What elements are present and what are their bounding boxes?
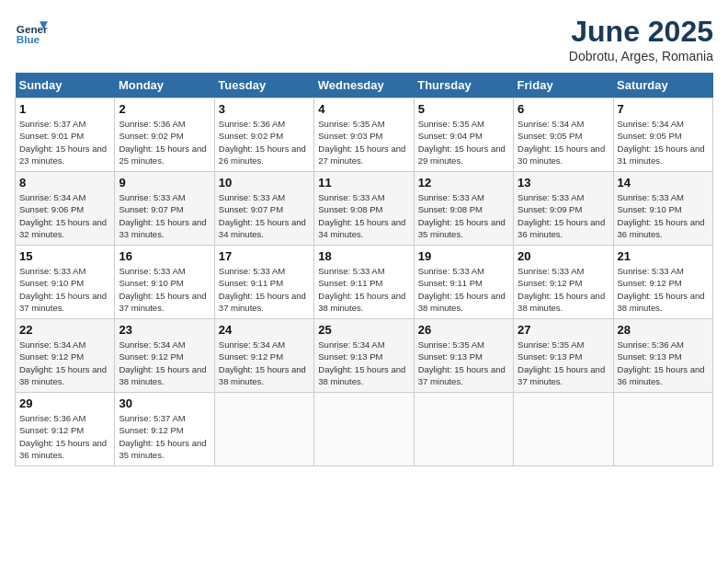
day-number: 8 <box>19 176 110 190</box>
calendar-table: Sunday Monday Tuesday Wednesday Thursday… <box>15 73 713 466</box>
calendar-cell <box>314 393 414 466</box>
day-info: Sunrise: 5:34 AM Sunset: 9:12 PM Dayligh… <box>119 339 210 387</box>
day-info: Sunrise: 5:33 AM Sunset: 9:12 PM Dayligh… <box>618 265 709 314</box>
calendar-cell: 21 Sunrise: 5:33 AM Sunset: 9:12 PM Dayl… <box>613 246 712 319</box>
day-info: Sunrise: 5:35 AM Sunset: 9:04 PM Dayligh… <box>418 118 509 167</box>
calendar-cell: 11 Sunrise: 5:33 AM Sunset: 9:08 PM Dayl… <box>314 172 414 246</box>
day-info: Sunrise: 5:37 AM Sunset: 9:12 PM Dayligh… <box>119 412 210 461</box>
calendar-cell: 1 Sunrise: 5:37 AM Sunset: 9:01 PM Dayli… <box>16 98 115 172</box>
calendar-cell: 7 Sunrise: 5:34 AM Sunset: 9:05 PM Dayli… <box>613 98 712 172</box>
svg-text:Blue: Blue <box>17 33 40 45</box>
calendar-cell: 6 Sunrise: 5:34 AM Sunset: 9:05 PM Dayli… <box>514 98 613 172</box>
calendar-cell: 29 Sunrise: 5:36 AM Sunset: 9:12 PM Dayl… <box>16 393 115 466</box>
calendar-cell <box>613 393 712 466</box>
calendar-cell: 15 Sunrise: 5:33 AM Sunset: 9:10 PM Dayl… <box>16 246 115 319</box>
day-info: Sunrise: 5:36 AM Sunset: 9:12 PM Dayligh… <box>19 412 110 461</box>
day-info: Sunrise: 5:34 AM Sunset: 9:05 PM Dayligh… <box>518 118 609 167</box>
col-sunday: Sunday <box>16 73 115 98</box>
day-number: 5 <box>418 102 509 116</box>
day-info: Sunrise: 5:33 AM Sunset: 9:08 PM Dayligh… <box>418 191 509 240</box>
calendar-cell: 23 Sunrise: 5:34 AM Sunset: 9:12 PM Dayl… <box>115 319 214 393</box>
calendar-subtitle: Dobrotu, Arges, Romania <box>569 49 713 63</box>
day-number: 23 <box>119 323 210 337</box>
calendar-cell: 9 Sunrise: 5:33 AM Sunset: 9:07 PM Dayli… <box>115 172 214 246</box>
day-number: 6 <box>518 102 609 116</box>
calendar-cell: 5 Sunrise: 5:35 AM Sunset: 9:04 PM Dayli… <box>414 98 513 172</box>
day-info: Sunrise: 5:33 AM Sunset: 9:11 PM Dayligh… <box>318 265 409 314</box>
calendar-cell: 12 Sunrise: 5:33 AM Sunset: 9:08 PM Dayl… <box>414 172 513 246</box>
calendar-cell: 13 Sunrise: 5:33 AM Sunset: 9:09 PM Dayl… <box>514 172 613 246</box>
day-number: 7 <box>618 102 709 116</box>
calendar-cell: 20 Sunrise: 5:33 AM Sunset: 9:12 PM Dayl… <box>514 246 613 319</box>
day-info: Sunrise: 5:37 AM Sunset: 9:01 PM Dayligh… <box>19 118 110 167</box>
day-number: 1 <box>19 102 110 116</box>
calendar-week-row: 29 Sunrise: 5:36 AM Sunset: 9:12 PM Dayl… <box>16 393 713 466</box>
calendar-cell: 25 Sunrise: 5:34 AM Sunset: 9:13 PM Dayl… <box>314 319 414 393</box>
title-area: June 2025 Dobrotu, Arges, Romania <box>569 15 713 63</box>
calendar-header-row: Sunday Monday Tuesday Wednesday Thursday… <box>16 73 713 98</box>
calendar-cell: 27 Sunrise: 5:35 AM Sunset: 9:13 PM Dayl… <box>514 319 613 393</box>
calendar-cell: 24 Sunrise: 5:34 AM Sunset: 9:12 PM Dayl… <box>214 319 313 393</box>
day-number: 20 <box>518 249 609 263</box>
day-info: Sunrise: 5:33 AM Sunset: 9:10 PM Dayligh… <box>119 265 210 314</box>
calendar-cell: 16 Sunrise: 5:33 AM Sunset: 9:10 PM Dayl… <box>115 246 214 319</box>
calendar-week-row: 22 Sunrise: 5:34 AM Sunset: 9:12 PM Dayl… <box>16 319 713 393</box>
calendar-cell: 17 Sunrise: 5:33 AM Sunset: 9:11 PM Dayl… <box>214 246 313 319</box>
day-info: Sunrise: 5:36 AM Sunset: 9:02 PM Dayligh… <box>119 118 210 167</box>
day-number: 26 <box>418 323 509 337</box>
calendar-week-row: 8 Sunrise: 5:34 AM Sunset: 9:06 PM Dayli… <box>16 172 713 246</box>
day-info: Sunrise: 5:36 AM Sunset: 9:02 PM Dayligh… <box>219 118 310 167</box>
day-info: Sunrise: 5:35 AM Sunset: 9:03 PM Dayligh… <box>318 118 409 167</box>
calendar-cell: 19 Sunrise: 5:33 AM Sunset: 9:11 PM Dayl… <box>414 246 513 319</box>
day-number: 29 <box>19 396 110 410</box>
col-tuesday: Tuesday <box>214 73 313 98</box>
calendar-week-row: 1 Sunrise: 5:37 AM Sunset: 9:01 PM Dayli… <box>16 98 713 172</box>
day-number: 14 <box>618 176 709 190</box>
day-info: Sunrise: 5:33 AM Sunset: 9:11 PM Dayligh… <box>219 265 310 314</box>
day-number: 4 <box>318 102 409 116</box>
calendar-cell <box>214 393 313 466</box>
day-info: Sunrise: 5:34 AM Sunset: 9:12 PM Dayligh… <box>219 339 310 387</box>
calendar-title: June 2025 <box>569 15 713 49</box>
calendar-cell: 2 Sunrise: 5:36 AM Sunset: 9:02 PM Dayli… <box>115 98 214 172</box>
day-info: Sunrise: 5:33 AM Sunset: 9:08 PM Dayligh… <box>318 191 409 240</box>
day-number: 16 <box>119 249 210 263</box>
day-info: Sunrise: 5:33 AM Sunset: 9:09 PM Dayligh… <box>518 191 609 240</box>
logo-icon: General Blue <box>15 15 48 48</box>
day-number: 19 <box>418 249 509 263</box>
day-info: Sunrise: 5:33 AM Sunset: 9:07 PM Dayligh… <box>219 191 310 240</box>
calendar-cell: 10 Sunrise: 5:33 AM Sunset: 9:07 PM Dayl… <box>214 172 313 246</box>
calendar-cell: 3 Sunrise: 5:36 AM Sunset: 9:02 PM Dayli… <box>214 98 313 172</box>
day-info: Sunrise: 5:36 AM Sunset: 9:13 PM Dayligh… <box>618 339 709 387</box>
day-number: 24 <box>219 323 310 337</box>
col-monday: Monday <box>115 73 214 98</box>
calendar-cell <box>514 393 613 466</box>
col-thursday: Thursday <box>414 73 513 98</box>
day-number: 2 <box>119 102 210 116</box>
calendar-cell: 22 Sunrise: 5:34 AM Sunset: 9:12 PM Dayl… <box>16 319 115 393</box>
col-wednesday: Wednesday <box>314 73 414 98</box>
day-info: Sunrise: 5:35 AM Sunset: 9:13 PM Dayligh… <box>418 339 509 387</box>
day-info: Sunrise: 5:33 AM Sunset: 9:10 PM Dayligh… <box>19 265 110 314</box>
day-number: 13 <box>518 176 609 190</box>
day-number: 12 <box>418 176 509 190</box>
calendar-cell: 30 Sunrise: 5:37 AM Sunset: 9:12 PM Dayl… <box>115 393 214 466</box>
day-info: Sunrise: 5:34 AM Sunset: 9:12 PM Dayligh… <box>19 339 110 387</box>
day-info: Sunrise: 5:35 AM Sunset: 9:13 PM Dayligh… <box>518 339 609 387</box>
day-number: 25 <box>318 323 409 337</box>
day-info: Sunrise: 5:34 AM Sunset: 9:13 PM Dayligh… <box>318 339 409 387</box>
calendar-cell <box>414 393 513 466</box>
day-number: 9 <box>119 176 210 190</box>
day-number: 28 <box>618 323 709 337</box>
calendar-cell: 4 Sunrise: 5:35 AM Sunset: 9:03 PM Dayli… <box>314 98 414 172</box>
day-info: Sunrise: 5:33 AM Sunset: 9:12 PM Dayligh… <box>518 265 609 314</box>
calendar-cell: 26 Sunrise: 5:35 AM Sunset: 9:13 PM Dayl… <box>414 319 513 393</box>
calendar-cell: 28 Sunrise: 5:36 AM Sunset: 9:13 PM Dayl… <box>613 319 712 393</box>
day-number: 3 <box>219 102 310 116</box>
day-number: 10 <box>219 176 310 190</box>
day-number: 11 <box>318 176 409 190</box>
day-number: 17 <box>219 249 310 263</box>
day-info: Sunrise: 5:33 AM Sunset: 9:11 PM Dayligh… <box>418 265 509 314</box>
day-number: 30 <box>119 396 210 410</box>
page-header: General Blue June 2025 Dobrotu, Arges, R… <box>15 15 713 63</box>
